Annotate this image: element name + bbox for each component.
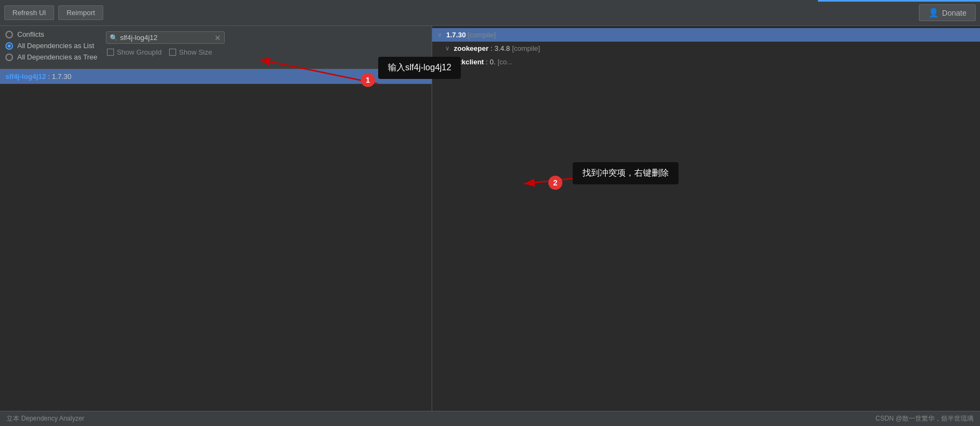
radio-group: Conflicts All Dependencies as List All D…	[5, 30, 97, 61]
checkbox-row: Show GroupId Show Size	[106, 48, 225, 56]
status-right: CSDN @散一世繁华，烦半世琉璃	[875, 414, 974, 423]
radio-circle-all-deps-list	[5, 42, 13, 50]
top-progress-bar	[818, 0, 980, 2]
search-box: 🔍 ✕	[106, 31, 225, 44]
show-groupid-label: Show GroupId	[117, 48, 162, 56]
show-size-label: Show Size	[179, 48, 212, 56]
donate-button[interactable]: 👤 Donate	[919, 4, 976, 21]
tree-child-zookeeper[interactable]: ∨ zookeeper : 3.4.8 [compile]	[432, 42, 980, 55]
status-left: 立本 Dependency Analyzer	[6, 414, 84, 423]
dependency-list: slf4j-log4j12 : 1.7.30	[0, 69, 432, 411]
status-bar: 立本 Dependency Analyzer CSDN @散一世繁华，烦半世琉璃	[0, 411, 980, 426]
list-item-highlight: slf4j-log4j12	[5, 72, 46, 81]
show-size-checkbox[interactable]: Show Size	[169, 48, 212, 56]
toolbar: Refresh UI Reimport 👤 Donate	[0, 0, 980, 26]
reimport-button[interactable]: Reimport	[58, 5, 103, 20]
show-groupid-checkbox[interactable]: Show GroupId	[107, 48, 162, 56]
tree-root-item[interactable]: ∨ 1.7.30 [compile]	[432, 28, 980, 42]
radio-all-deps-list[interactable]: All Dependencies as List	[5, 42, 97, 50]
radio-conflicts[interactable]: Conflicts	[5, 30, 97, 38]
radio-circle-conflicts	[5, 31, 13, 38]
right-panel: ∨ 1.7.30 [compile] ∨ zookeeper : 3.4.8 […	[432, 26, 980, 411]
search-input[interactable]	[120, 34, 212, 42]
tree-grandchild-zkclient[interactable]: zkclient : 0. [co...	[432, 55, 980, 69]
search-icon: 🔍	[110, 34, 118, 42]
main-content: Conflicts All Dependencies as List All D…	[0, 26, 980, 411]
conflicts-label: Conflicts	[17, 30, 44, 38]
tree-grandchild-text: zkclient : 0. [co...	[458, 58, 513, 66]
refresh-ui-button[interactable]: Refresh UI	[4, 5, 54, 20]
tree-root-text: 1.7.30 [compile]	[446, 31, 496, 39]
left-panel: Conflicts All Dependencies as List All D…	[0, 26, 432, 411]
show-groupid-box	[107, 49, 114, 56]
radio-all-deps-tree[interactable]: All Dependencies as Tree	[5, 53, 97, 61]
list-item-rest: : 1.7.30	[46, 72, 71, 81]
tree-child-text: zookeeper : 3.4.8 [compile]	[454, 44, 540, 52]
all-deps-tree-label: All Dependencies as Tree	[17, 53, 97, 61]
search-clear-icon[interactable]: ✕	[214, 34, 221, 42]
donate-icon: 👤	[928, 8, 939, 18]
list-item-text: slf4j-log4j12 : 1.7.30	[5, 72, 71, 81]
radio-circle-all-deps-tree	[5, 54, 13, 61]
filter-area: Conflicts All Dependencies as List All D…	[0, 26, 432, 69]
all-deps-list-label: All Dependencies as List	[17, 42, 94, 50]
donate-label: Donate	[942, 9, 966, 17]
tree-root-chevron: ∨	[438, 31, 444, 38]
list-item-slf4j[interactable]: slf4j-log4j12 : 1.7.30	[0, 69, 432, 84]
tree-child-chevron: ∨	[445, 45, 452, 52]
show-size-box	[169, 49, 176, 56]
toolbar-left: Refresh UI Reimport	[4, 5, 103, 20]
